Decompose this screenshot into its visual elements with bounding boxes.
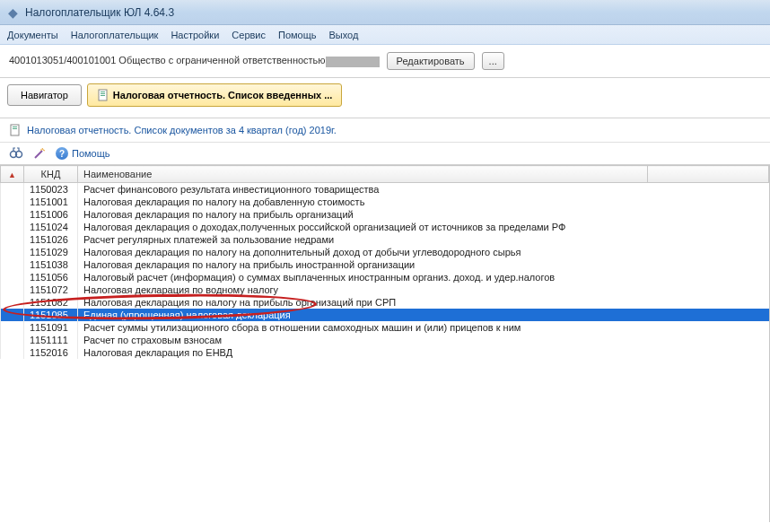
row-indicator (1, 196, 24, 208)
name-cell: Налоговая декларация по налогу на добавл… (78, 196, 769, 208)
row-indicator (1, 271, 24, 283)
row-indicator (1, 208, 24, 221)
table-row[interactable]: 1152016Налоговая декларация по ЕНВД (1, 346, 769, 359)
row-indicator (1, 221, 24, 233)
name-cell: Налоговая декларация о доходах,полученны… (78, 221, 769, 233)
name-cell: Единая (упрощенная) налоговая декларация (78, 309, 769, 321)
row-indicator (1, 258, 24, 271)
help-icon: ? (56, 147, 68, 160)
name-cell: Налоговая декларация по ЕНВД (78, 346, 769, 359)
knd-cell: 1151001 (24, 196, 78, 208)
row-indicator (1, 246, 24, 258)
row-indicator (1, 183, 24, 196)
title-bar: ◆ Налогоплательщик ЮЛ 4.64.3 (0, 0, 770, 25)
table-row[interactable]: 1151001Налоговая декларация по налогу на… (1, 196, 769, 208)
org-info: 4001013051/400101001 Общество с ограниче… (9, 55, 380, 66)
table-row[interactable]: 1151056Налоговый расчет (информация) о с… (1, 271, 769, 283)
menu-bar: Документы Налогоплательщик Настройки Сер… (0, 25, 770, 45)
knd-cell: 1151111 (24, 334, 78, 346)
name-cell: Налоговая декларация по налогу на прибыл… (78, 258, 769, 271)
name-cell: Расчет по страховым взносам (78, 334, 769, 346)
knd-cell: 1151006 (24, 208, 78, 221)
knd-cell: 1151024 (24, 221, 78, 233)
svg-rect-1 (101, 92, 105, 92)
window-title: Налогоплательщик ЮЛ 4.64.3 (25, 6, 174, 19)
document-icon (97, 89, 109, 101)
section-header: Налоговая отчетность. Список документов … (0, 118, 770, 142)
row-indicator (1, 334, 24, 346)
row-indicator (1, 296, 24, 309)
menu-help[interactable]: Помощь (278, 30, 317, 40)
knd-cell: 1151072 (24, 283, 78, 296)
name-cell: Налоговый расчет (информация) о суммах в… (78, 271, 769, 283)
table-row[interactable]: 1151024Налоговая декларация о доходах,по… (1, 221, 769, 233)
svg-rect-3 (101, 95, 105, 96)
table-row[interactable]: 1151091Расчет суммы утилизационного сбор… (1, 321, 769, 334)
toolbar: ? Помощь (0, 142, 770, 165)
row-indicator (1, 321, 24, 334)
table-row[interactable]: 1151082Налоговая декларация по налогу на… (1, 296, 769, 309)
menu-service[interactable]: Сервис (232, 30, 266, 40)
table-row[interactable]: 1151038Налоговая декларация по налогу на… (1, 258, 769, 271)
table-header: ▲ КНД Наименование (1, 166, 769, 183)
name-cell: Налоговая декларация по налогу на дополн… (78, 246, 769, 258)
row-indicator (1, 233, 24, 246)
row-indicator (1, 346, 24, 359)
tax-report-button[interactable]: Налоговая отчетность. Список введенных .… (87, 83, 343, 107)
table-row[interactable]: 1150023Расчет финансового результата инв… (1, 183, 769, 196)
name-cell: Налоговая декларация по налогу на прибыл… (78, 208, 769, 221)
nav-bar: Навигатор Налоговая отчетность. Список в… (0, 78, 770, 112)
navigator-button[interactable]: Навигатор (7, 84, 82, 106)
svg-rect-2 (101, 93, 105, 94)
name-column[interactable]: Наименование (78, 166, 648, 183)
row-indicator (1, 283, 24, 296)
toolbar-help[interactable]: ? Помощь (56, 147, 110, 160)
svg-rect-5 (13, 126, 17, 127)
svg-rect-4 (11, 125, 19, 135)
info-bar: 4001013051/400101001 Общество с ограниче… (0, 45, 770, 78)
grid-wrapper: ▲ КНД Наименование 1150023Расчет финансо… (0, 165, 770, 522)
knd-cell: 1152016 (24, 346, 78, 359)
menu-exit[interactable]: Выход (329, 30, 359, 40)
edit-button[interactable]: Редактировать (387, 52, 475, 70)
knd-cell: 1151091 (24, 321, 78, 334)
svg-rect-6 (13, 128, 17, 129)
extra-column[interactable] (648, 166, 769, 183)
name-cell: Налоговая декларация по водному налогу (78, 283, 769, 296)
table-row[interactable]: 1151085Единая (упрощенная) налоговая дек… (1, 309, 769, 321)
table-row[interactable]: 1151111Расчет по страховым взносам (1, 334, 769, 346)
name-cell: Налоговая декларация по налогу на прибыл… (78, 296, 769, 309)
name-cell: Расчет финансового результата инвестицио… (78, 183, 769, 196)
documents-table[interactable]: ▲ КНД Наименование 1150023Расчет финансо… (0, 165, 769, 359)
binoculars-icon[interactable] (9, 146, 23, 161)
row-indicator (1, 309, 24, 321)
table-row[interactable]: 1151072Налоговая декларация по водному н… (1, 283, 769, 296)
name-cell: Расчет регулярных платежей за пользовани… (78, 233, 769, 246)
knd-cell: 1150023 (24, 183, 78, 196)
knd-cell: 1151056 (24, 271, 78, 283)
knd-cell: 1151085 (24, 309, 78, 321)
menu-documents[interactable]: Документы (7, 30, 58, 40)
sort-arrow-icon: ▲ (8, 170, 16, 179)
knd-cell: 1151038 (24, 258, 78, 271)
sort-column[interactable]: ▲ (1, 166, 24, 183)
table-row[interactable]: 1151006Налоговая декларация по налогу на… (1, 208, 769, 221)
toolbar-help-label: Помощь (72, 148, 110, 159)
more-button[interactable]: ... (482, 52, 504, 70)
knd-cell: 1151029 (24, 246, 78, 258)
knd-cell: 1151082 (24, 296, 78, 309)
tax-report-label: Налоговая отчетность. Список введенных .… (113, 90, 333, 100)
table-row[interactable]: 1151026Расчет регулярных платежей за пол… (1, 233, 769, 246)
wand-icon[interactable] (32, 146, 47, 161)
name-cell: Расчет суммы утилизационного сбора в отн… (78, 321, 769, 334)
app-icon: ◆ (5, 5, 20, 20)
menu-settings[interactable]: Настройки (171, 30, 219, 40)
knd-cell: 1151026 (24, 233, 78, 246)
org-hidden-part (326, 57, 380, 67)
knd-column[interactable]: КНД (24, 166, 78, 183)
table-row[interactable]: 1151029Налоговая декларация по налогу на… (1, 246, 769, 258)
menu-taxpayer[interactable]: Налогоплательщик (71, 30, 159, 40)
section-icon (9, 124, 22, 136)
section-title: Налоговая отчетность. Список документов … (27, 125, 337, 135)
